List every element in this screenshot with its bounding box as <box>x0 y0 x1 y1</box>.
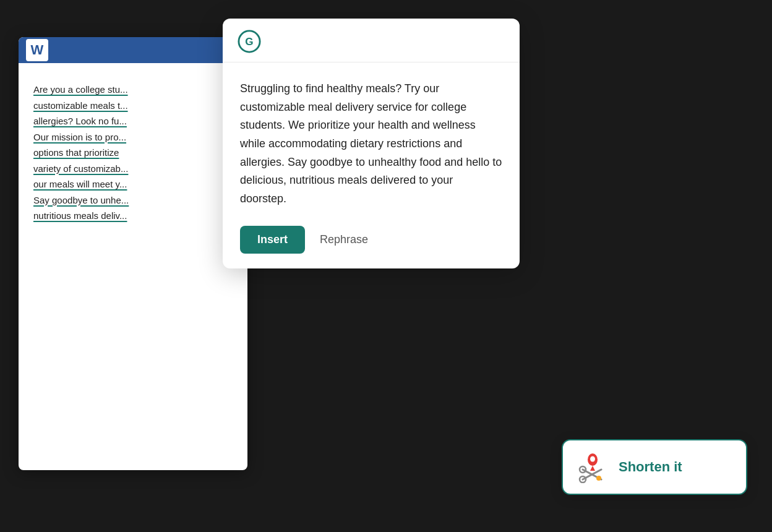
shorten-card[interactable]: Shorten it <box>562 439 747 495</box>
svg-text:G: G <box>245 36 253 48</box>
word-icon: W <box>26 39 48 61</box>
shorten-label: Shorten it <box>619 459 682 475</box>
grammarly-actions: Insert Rephrase <box>240 226 502 254</box>
grammarly-logo-icon: G <box>238 30 261 53</box>
shorten-icon <box>577 451 609 483</box>
word-line-8: Say goodbye to unhe... <box>33 192 233 208</box>
word-line-2: customizable meals t... <box>33 98 233 114</box>
word-line-6: variety of customizab... <box>33 161 233 177</box>
rephrase-button[interactable]: Rephrase <box>320 233 368 246</box>
svg-marker-4 <box>590 466 595 471</box>
grammarly-panel: G Struggling to find healthy meals? Try … <box>223 19 520 268</box>
word-line-7: our meals will meet y... <box>33 176 233 192</box>
word-content: Are you a college stu... customizable me… <box>19 63 247 242</box>
word-titlebar: W <box>19 37 247 63</box>
word-line-4: Our mission is to pro... <box>33 129 233 145</box>
scissors-pin-icon <box>577 451 609 483</box>
word-line-1: Are you a college stu... <box>33 82 233 98</box>
insert-button[interactable]: Insert <box>240 226 305 254</box>
word-line-3: allergies? Look no fu... <box>33 113 233 129</box>
grammarly-suggestion-text: Struggling to find healthy meals? Try ou… <box>240 80 502 208</box>
word-line-9: nutritious meals deliv... <box>33 208 233 224</box>
svg-point-9 <box>596 476 601 481</box>
word-window: W Are you a college stu... customizable … <box>19 37 247 470</box>
word-icon-label: W <box>31 42 44 58</box>
grammarly-header: G <box>223 19 520 62</box>
svg-point-3 <box>590 457 595 462</box>
word-line-5: options that prioritize <box>33 145 233 161</box>
grammarly-body: Struggling to find healthy meals? Try ou… <box>223 62 520 268</box>
